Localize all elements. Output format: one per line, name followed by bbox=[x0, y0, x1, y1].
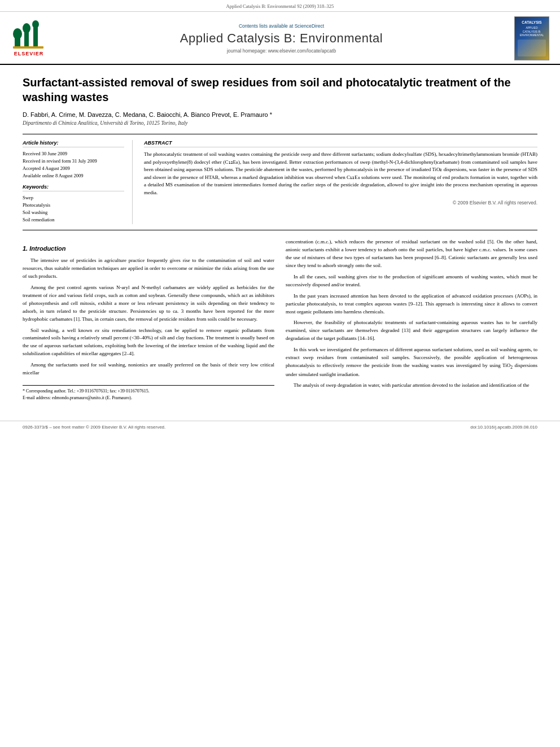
footnote-corresponding: * Corresponding author. Tel.: +39 011670… bbox=[23, 388, 274, 395]
abstract-section: ABSTRACT The photocatalytic treatment of… bbox=[144, 140, 537, 224]
keyword-2: Photocatalysis bbox=[23, 202, 124, 208]
journal-homepage: journal homepage: www.elsevier.com/locat… bbox=[54, 48, 509, 54]
article-info-block: Article history: Received 30 June 2009 R… bbox=[23, 140, 133, 224]
article-history-title: Article history: bbox=[23, 140, 124, 147]
body-r-para-3: In the past years increased attention ha… bbox=[286, 292, 537, 316]
svg-rect-2 bbox=[24, 32, 29, 47]
info-abstract-section: Article history: Received 30 June 2009 R… bbox=[23, 134, 537, 230]
journal-citation: Applied Catalysis B: Environmental 92 (2… bbox=[226, 3, 334, 9]
footnote-email: E-mail address: edmondo.pramauro@unito.i… bbox=[23, 395, 274, 401]
accepted-date: Accepted 4 August 2009 bbox=[23, 165, 124, 171]
abstract-text: The photocatalytic treatment of soil was… bbox=[144, 151, 537, 196]
intro-para-4: Among the surfactants used for soil wash… bbox=[23, 361, 274, 377]
keywords-title: Keywords: bbox=[23, 184, 124, 191]
keywords-section: Keywords: Swep Photocatalysis Soil washi… bbox=[23, 184, 124, 222]
svg-point-5 bbox=[32, 20, 39, 28]
revised-date: Received in revised form 31 July 2009 bbox=[23, 158, 124, 164]
keyword-1: Swep bbox=[23, 195, 124, 200]
footnote-area: * Corresponding author. Tel.: +39 011670… bbox=[23, 385, 274, 401]
abstract-title: ABSTRACT bbox=[144, 140, 537, 147]
section1-heading: 1. Introduction bbox=[23, 244, 274, 254]
svg-point-3 bbox=[23, 23, 30, 33]
intro-para-3: Soil washing, a well known ex situ remed… bbox=[23, 327, 274, 359]
body-r-para-1: concentration (c.m.c.), which reduces th… bbox=[286, 238, 537, 270]
doi-text: doi:10.1016/j.apcatb.2009.08.010 bbox=[470, 425, 537, 430]
sciencedirect-link[interactable]: Contents lists available at ScienceDirec… bbox=[54, 23, 509, 29]
available-date: Available online 8 August 2009 bbox=[23, 173, 124, 178]
body-r-para-5: In this work we investigated the perform… bbox=[286, 346, 537, 378]
issn-text: 0926-3373/$ – see front matter © 2009 El… bbox=[23, 425, 165, 430]
svg-rect-6 bbox=[13, 46, 43, 49]
journal-cover-image: CATALYSIS APPLIEDCATALYSIS B:ENVIRONMENT… bbox=[514, 16, 551, 60]
affiliation: Dipartimento di Chimica Analitica, Unive… bbox=[23, 120, 537, 126]
bottom-bar: 0926-3373/$ – see front matter © 2009 El… bbox=[0, 421, 560, 430]
keyword-3: Soil washing bbox=[23, 209, 124, 215]
received-date: Received 30 June 2009 bbox=[23, 151, 124, 156]
body-r-para-4: However, the feasibility of photocatalyt… bbox=[286, 319, 537, 343]
journal-title: Applied Catalysis B: Environmental bbox=[54, 31, 509, 46]
body-r-para-2: In all the cases, soil washing gives ris… bbox=[286, 273, 537, 289]
body-col-right: concentration (c.m.c.), which reduces th… bbox=[286, 238, 537, 401]
journal-title-block: Contents lists available at ScienceDirec… bbox=[49, 23, 514, 54]
journal-header: ELSEVIER Contents lists available at Sci… bbox=[0, 12, 560, 65]
intro-para-1: The intensive use of pesticides in agric… bbox=[23, 257, 274, 281]
intro-para-2: Among the pest control agents various N-… bbox=[23, 284, 274, 324]
elsevier-logo: ELSEVIER bbox=[9, 20, 49, 56]
article-content: Surfactant-assisted removal of swep resi… bbox=[0, 65, 560, 413]
body-r-para-6: The analysis of swep degradation in wate… bbox=[286, 382, 537, 390]
page: Applied Catalysis B: Environmental 92 (2… bbox=[0, 0, 560, 747]
body-col-left: 1. Introduction The intensive use of pes… bbox=[23, 238, 274, 401]
article-title: Surfactant-assisted removal of swep resi… bbox=[23, 75, 537, 104]
svg-point-1 bbox=[13, 28, 22, 40]
keyword-4: Soil remediation bbox=[23, 217, 124, 222]
elsevier-text: ELSEVIER bbox=[14, 51, 44, 56]
authors: D. Fabbri, A. Crime, M. Davezza, C. Meda… bbox=[23, 111, 537, 118]
elsevier-tree-icon bbox=[12, 20, 46, 50]
cover-title: CATALYSIS bbox=[522, 20, 541, 25]
body-section: 1. Introduction The intensive use of pes… bbox=[23, 238, 537, 401]
journal-citation-bar: Applied Catalysis B: Environmental 92 (2… bbox=[0, 0, 560, 12]
copyright-line: © 2009 Elsevier B.V. All rights reserved… bbox=[144, 200, 537, 206]
svg-rect-4 bbox=[33, 26, 38, 47]
